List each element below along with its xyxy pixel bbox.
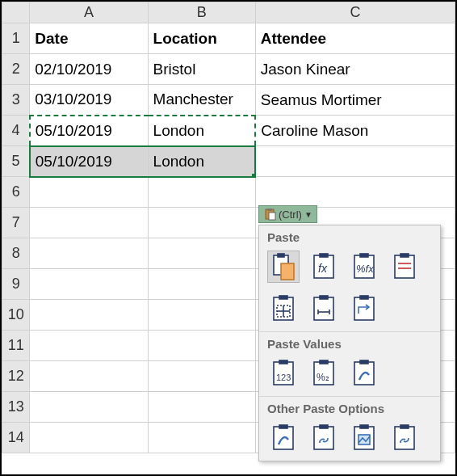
svg-text:%₂: %₂ (317, 372, 329, 383)
svg-rect-41 (395, 427, 414, 449)
svg-rect-7 (320, 254, 328, 257)
cell-a11[interactable] (30, 331, 148, 361)
svg-rect-36 (314, 427, 333, 449)
cell-b3[interactable]: Manchester (148, 85, 255, 116)
cell-b14[interactable] (148, 423, 255, 453)
paste-formulas-number-format-icon[interactable]: %fx (348, 251, 380, 283)
svg-rect-30 (320, 360, 328, 364)
svg-text:123: 123 (276, 373, 291, 382)
svg-rect-4 (278, 254, 284, 257)
svg-rect-22 (320, 296, 328, 299)
other-paste-section-label: Other Paste Options (259, 397, 440, 419)
row-header-7[interactable]: 7 (2, 208, 30, 238)
cell-a5[interactable]: 05/10/2019 (30, 146, 148, 177)
cell-a13[interactable] (30, 392, 148, 423)
paste-linked-picture-icon[interactable] (388, 422, 421, 454)
paste-options-label: (Ctrl) (279, 209, 302, 221)
cell-a2[interactable]: 02/10/2019 (30, 54, 148, 85)
cell-b9[interactable] (148, 269, 255, 300)
svg-rect-12 (395, 255, 414, 278)
paste-values-number-format-icon[interactable]: %₂ (308, 357, 340, 390)
svg-rect-27 (279, 360, 287, 364)
row-header-13[interactable]: 13 (2, 392, 30, 423)
svg-text:%fx: %fx (356, 263, 374, 275)
cell-b12[interactable] (148, 361, 255, 392)
cell-b13[interactable] (148, 392, 255, 423)
cell-b11[interactable] (148, 331, 255, 361)
svg-rect-37 (320, 425, 328, 428)
paste-keep-column-width-icon[interactable] (308, 293, 340, 325)
svg-rect-24 (354, 297, 374, 320)
col-header-b[interactable]: B (148, 2, 255, 23)
svg-rect-1 (267, 209, 272, 211)
row-header-9[interactable]: 9 (2, 269, 30, 300)
svg-rect-10 (360, 254, 368, 257)
paste-values-section-label: Paste Values (259, 332, 440, 354)
row-header-4[interactable]: 4 (2, 116, 30, 146)
svg-rect-17 (279, 296, 287, 299)
cell-b6[interactable] (148, 177, 255, 208)
paste-values-source-format-icon[interactable] (348, 357, 380, 390)
cell-b7[interactable] (148, 208, 255, 238)
cell-c4[interactable]: Caroline Mason (255, 116, 455, 146)
cell-c2[interactable]: Jason Kinear (255, 54, 455, 85)
paste-values-icon[interactable]: 123 (267, 357, 300, 390)
svg-rect-33 (360, 360, 368, 364)
row-header-3[interactable]: 3 (2, 85, 30, 116)
cell-b4[interactable]: London (148, 116, 255, 146)
row-header-5[interactable]: 5 (2, 146, 30, 177)
row-header-11[interactable]: 11 (2, 331, 30, 361)
cell-a6[interactable] (30, 177, 148, 208)
row-header-10[interactable]: 10 (2, 300, 30, 331)
paste-keep-source-format-icon[interactable] (388, 251, 421, 283)
cell-a4[interactable]: 05/10/2019 (30, 116, 148, 146)
svg-rect-2 (269, 213, 275, 220)
clipboard-icon (263, 208, 276, 221)
paste-options-button[interactable]: (Ctrl) ▼ (258, 205, 317, 223)
row-header-14[interactable]: 14 (2, 423, 30, 453)
paste-no-borders-icon[interactable] (267, 293, 300, 325)
paste-options-menu: Paste fx %fx Paste Values 123 %₂ Other P… (258, 225, 441, 461)
cell-c5[interactable] (255, 146, 455, 177)
paste-formatting-icon[interactable] (267, 422, 300, 454)
svg-rect-35 (279, 425, 287, 428)
paste-formulas-icon[interactable]: fx (308, 251, 340, 283)
cell-a7[interactable] (30, 208, 148, 238)
svg-rect-25 (360, 296, 368, 299)
row-header-12[interactable]: 12 (2, 361, 30, 392)
paste-link-icon[interactable] (308, 422, 340, 454)
cell-a10[interactable] (30, 300, 148, 331)
svg-rect-5 (281, 263, 294, 280)
svg-rect-39 (360, 425, 368, 428)
cell-b2[interactable]: Bristol (148, 54, 255, 85)
cell-c3[interactable]: Seamus Mortimer (255, 85, 455, 116)
row-header-6[interactable]: 6 (2, 177, 30, 208)
paste-section-label: Paste (259, 225, 440, 247)
select-all-corner[interactable] (2, 2, 30, 23)
svg-text:fx: fx (318, 262, 328, 275)
col-header-c[interactable]: C (255, 2, 455, 23)
cell-b1[interactable]: Location (148, 23, 255, 54)
paste-picture-icon[interactable] (348, 422, 380, 454)
cell-b10[interactable] (148, 300, 255, 331)
paste-transpose-icon[interactable] (348, 293, 380, 325)
col-header-a[interactable]: A (30, 2, 148, 23)
svg-rect-42 (400, 425, 409, 428)
paste-all-icon[interactable] (267, 251, 300, 283)
row-header-2[interactable]: 2 (2, 54, 30, 85)
cell-a12[interactable] (30, 361, 148, 392)
cell-c1[interactable]: Attendee (255, 23, 455, 54)
cell-a14[interactable] (30, 423, 148, 453)
chevron-down-icon: ▼ (304, 210, 312, 219)
svg-rect-13 (400, 254, 409, 257)
cell-a1[interactable]: Date (30, 23, 148, 54)
cell-a3[interactable]: 03/10/2019 (30, 85, 148, 116)
cell-b5[interactable]: London (148, 146, 255, 177)
row-header-8[interactable]: 8 (2, 238, 30, 269)
cell-a9[interactable] (30, 269, 148, 300)
cell-c6[interactable] (255, 177, 455, 208)
svg-rect-21 (314, 297, 333, 320)
cell-a8[interactable] (30, 238, 148, 269)
row-header-1[interactable]: 1 (2, 23, 30, 54)
cell-b8[interactable] (148, 238, 255, 269)
